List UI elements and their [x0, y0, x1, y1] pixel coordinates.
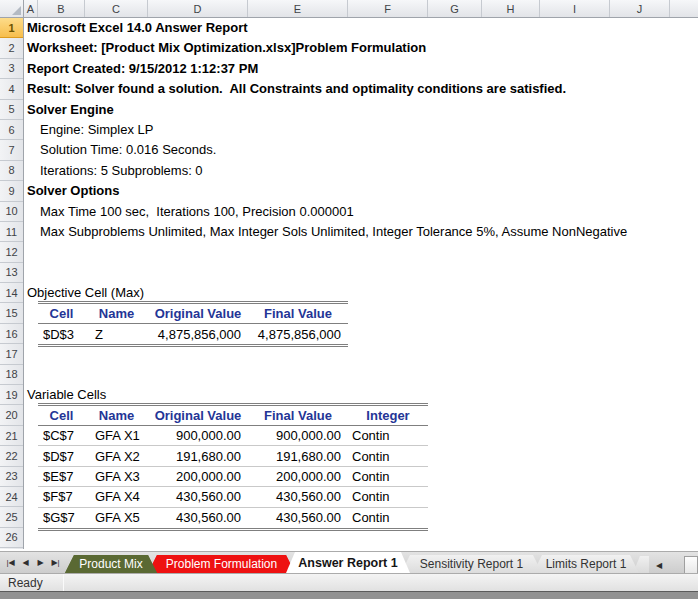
- row-header[interactable]: 12: [0, 242, 23, 262]
- table-cell[interactable]: $D$3: [38, 324, 85, 344]
- horizontal-scrollbar-fragment[interactable]: [684, 556, 698, 573]
- row-header[interactable]: 2: [0, 38, 23, 58]
- last-sheet-button[interactable]: ▶|: [49, 555, 62, 570]
- row-header[interactable]: 1: [0, 18, 23, 38]
- sheet-tab-answer-report-1[interactable]: Answer Report 1: [286, 552, 410, 573]
- row-header[interactable]: 15: [0, 303, 23, 323]
- sheet-tab-limits-report-1[interactable]: Limits Report 1: [533, 555, 639, 573]
- row-header[interactable]: 22: [0, 446, 23, 466]
- column-header[interactable]: H: [482, 0, 540, 17]
- column-header[interactable]: B: [38, 0, 85, 17]
- sheet-line[interactable]: Report Created: 9/15/2012 1:12:37 PM: [24, 59, 698, 79]
- table-cell[interactable]: Contin: [348, 508, 428, 528]
- table-cell[interactable]: Contin: [348, 467, 428, 486]
- column-header[interactable]: C: [85, 0, 148, 17]
- row-header[interactable]: 11: [0, 222, 23, 242]
- table-cell[interactable]: $F$7: [38, 487, 85, 506]
- sheet-line[interactable]: Engine: Simplex LP: [24, 120, 698, 140]
- column-header[interactable]: G: [428, 0, 482, 17]
- row-header[interactable]: 23: [0, 467, 23, 487]
- sheet-tab-product-mix[interactable]: Product Mix: [65, 555, 157, 573]
- table-cell[interactable]: Contin: [348, 487, 428, 506]
- row-header[interactable]: 21: [0, 426, 23, 446]
- row-header[interactable]: 26: [0, 528, 23, 548]
- table-cell[interactable]: $C$7: [38, 426, 85, 445]
- table-cell[interactable]: 430,560.00: [148, 487, 248, 506]
- row-header[interactable]: 4: [0, 79, 23, 99]
- table-header-cell[interactable]: Original Value: [148, 304, 248, 323]
- row-header[interactable]: 5: [0, 100, 23, 120]
- row-header[interactable]: 24: [0, 487, 23, 507]
- table-cell[interactable]: 191,680.00: [248, 446, 348, 465]
- row-header[interactable]: 18: [0, 365, 23, 385]
- sheet-line[interactable]: Max Time 100 sec, Iterations 100, Precis…: [24, 202, 698, 222]
- table-cell[interactable]: GFA X5: [85, 508, 148, 528]
- table-header-cell[interactable]: Name: [85, 304, 148, 323]
- table-cell[interactable]: 430,560.00: [248, 508, 348, 528]
- sheet-tab-problem-formulation[interactable]: Problem Formulation: [148, 555, 295, 573]
- table-cell[interactable]: GFA X1: [85, 426, 148, 445]
- tab-bar-extras: ◀: [639, 552, 698, 573]
- sheet-line[interactable]: Solution Time: 0.016 Seconds.: [24, 140, 698, 160]
- row-header[interactable]: 14: [0, 283, 23, 303]
- table-cell[interactable]: 900,000.00: [248, 426, 348, 445]
- table-cell[interactable]: Z: [85, 324, 148, 344]
- next-sheet-button[interactable]: ▶: [34, 555, 47, 570]
- table-header-cell[interactable]: Name: [85, 406, 148, 425]
- sheet-line[interactable]: Microsoft Excel 14.0 Answer Report: [24, 18, 698, 38]
- table-header-cell[interactable]: Final Value: [248, 406, 348, 425]
- objective-cell-table: CellNameOriginal ValueFinal Value$D$3Z4,…: [38, 301, 348, 348]
- row-header[interactable]: 6: [0, 120, 23, 140]
- column-header[interactable]: F: [348, 0, 428, 17]
- sheet-line[interactable]: Result: Solver found a solution. All Con…: [24, 79, 698, 99]
- table-cell[interactable]: 191,680.00: [148, 446, 248, 465]
- table-cell[interactable]: $E$7: [38, 467, 85, 486]
- sheet-tab-sensitivity-report-1[interactable]: Sensitivity Report 1: [401, 555, 542, 573]
- table-cell[interactable]: GFA X3: [85, 467, 148, 486]
- worksheet-area[interactable]: Objective Cell (Max) CellNameOriginal Va…: [24, 18, 698, 551]
- table-cell[interactable]: 900,000.00: [148, 426, 248, 445]
- table-cell[interactable]: GFA X2: [85, 446, 148, 465]
- select-all-button[interactable]: [0, 0, 24, 17]
- table-cell[interactable]: 200,000.00: [148, 467, 248, 486]
- table-cell[interactable]: $D$7: [38, 446, 85, 465]
- table-header-cell[interactable]: Original Value: [148, 406, 248, 425]
- row-header[interactable]: 19: [0, 385, 23, 405]
- row-header[interactable]: 13: [0, 263, 23, 283]
- column-header[interactable]: I: [540, 0, 610, 17]
- tab-scroll-left-icon[interactable]: ◀: [651, 557, 667, 573]
- row-header[interactable]: 3: [0, 59, 23, 79]
- sheet-line[interactable]: Solver Options: [24, 181, 698, 201]
- column-header[interactable]: J: [610, 0, 670, 17]
- table-header-cell[interactable]: Final Value: [248, 304, 348, 323]
- sheet-line[interactable]: Max Subproblems Unlimited, Max Integer S…: [24, 222, 698, 242]
- previous-sheet-button[interactable]: ◀: [19, 555, 32, 570]
- row-header[interactable]: 20: [0, 405, 23, 425]
- table-cell[interactable]: Contin: [348, 446, 428, 465]
- table-cell[interactable]: Contin: [348, 426, 428, 445]
- column-header[interactable]: A: [24, 0, 38, 17]
- table-cell[interactable]: 430,560.00: [148, 508, 248, 528]
- column-header[interactable]: D: [148, 0, 248, 17]
- table-cell[interactable]: GFA X4: [85, 487, 148, 506]
- sheet-line[interactable]: Worksheet: [Product Mix Optimization.xls…: [24, 38, 698, 58]
- row-header[interactable]: 8: [0, 161, 23, 181]
- column-header[interactable]: E: [248, 0, 348, 17]
- table-cell[interactable]: 4,875,856,000: [248, 324, 348, 344]
- table-header-cell[interactable]: Cell: [38, 406, 85, 425]
- table-cell[interactable]: 4,875,856,000: [148, 324, 248, 344]
- table-cell[interactable]: 200,000.00: [248, 467, 348, 486]
- table-cell[interactable]: $G$7: [38, 508, 85, 528]
- row-header[interactable]: 25: [0, 507, 23, 527]
- row-header[interactable]: 16: [0, 324, 23, 344]
- sheet-line[interactable]: Solver Engine: [24, 100, 698, 120]
- table-cell[interactable]: 430,560.00: [248, 487, 348, 506]
- sheet-line[interactable]: Iterations: 5 Subproblems: 0: [24, 161, 698, 181]
- row-header[interactable]: 17: [0, 344, 23, 364]
- row-header[interactable]: 7: [0, 140, 23, 160]
- table-header-cell[interactable]: Integer: [348, 406, 428, 425]
- table-header-cell[interactable]: Cell: [38, 304, 85, 323]
- row-header[interactable]: 9: [0, 181, 23, 201]
- row-header[interactable]: 10: [0, 202, 23, 222]
- first-sheet-button[interactable]: |◀: [4, 555, 17, 570]
